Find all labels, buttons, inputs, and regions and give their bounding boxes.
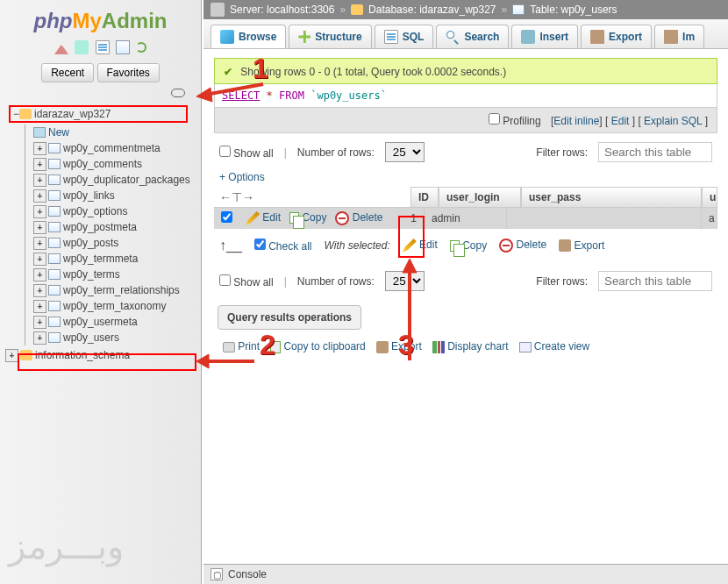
table-toggle[interactable]: +: [33, 284, 46, 297]
row-edit[interactable]: Edit: [246, 211, 281, 225]
sort-arrows[interactable]: ←⊤→: [214, 188, 253, 207]
cell-u[interactable]: a: [702, 208, 717, 229]
favorites-button[interactable]: Favorites: [97, 63, 160, 82]
cell-user-login[interactable]: admin: [425, 208, 507, 229]
sel-delete[interactable]: Delete: [499, 239, 546, 253]
table-toggle[interactable]: +: [33, 158, 46, 171]
options-link[interactable]: + Options: [219, 171, 265, 183]
sel-export[interactable]: Export: [559, 239, 604, 253]
table-toggle[interactable]: +: [33, 331, 46, 345]
table-label[interactable]: wp0y_terms: [63, 268, 120, 281]
explain-sql-link[interactable]: Explain SQL: [644, 115, 702, 127]
table-toggle[interactable]: +: [33, 221, 46, 234]
svg-marker-1: [196, 88, 212, 102]
profiling-checkbox[interactable]: Profiling: [489, 115, 541, 127]
db-toggle[interactable]: −: [13, 108, 19, 120]
recent-button[interactable]: Recent: [41, 63, 94, 82]
edit-inline-link[interactable]: Edit inline: [553, 115, 599, 127]
row-checkbox[interactable]: [221, 211, 232, 223]
table-label[interactable]: wp0y_options: [63, 205, 127, 217]
filter-bar-top: Show all | Number of rows: 25 Filter row…: [214, 133, 717, 171]
delete-icon: [335, 211, 349, 225]
col-user-login[interactable]: user_login: [439, 187, 521, 207]
sidebar-table-item[interactable]: +wp0y_links: [18, 188, 196, 203]
filter-bar-bottom: Show all | Number of rows: 25 Filter row…: [214, 262, 717, 300]
db-label[interactable]: idarazav_wp327: [34, 108, 111, 120]
sel-copy[interactable]: Copy: [450, 239, 487, 252]
cell-user-pass[interactable]: [507, 208, 702, 229]
console-bar[interactable]: ▢ Console: [203, 564, 728, 584]
table-toggle[interactable]: +: [33, 189, 46, 203]
navi-icon[interactable]: [116, 40, 130, 54]
sidebar-table-item[interactable]: +wp0y_term_relationships: [18, 282, 196, 298]
col-id[interactable]: ID: [410, 187, 439, 207]
sidebar-table-item[interactable]: +wp0y_posts: [18, 235, 196, 251]
tab-sql[interactable]: SQL: [375, 25, 434, 48]
table-toggle[interactable]: +: [33, 316, 46, 329]
table-label[interactable]: wp0y_term_taxonomy: [63, 300, 166, 312]
tab-structure[interactable]: Structure: [289, 25, 371, 48]
col-user-pass[interactable]: user_pass: [521, 187, 702, 207]
sidebar-table-item[interactable]: +wp0y_termmeta: [18, 251, 196, 267]
table-label[interactable]: wp0y_users: [63, 331, 119, 344]
collapse-icon[interactable]: [171, 89, 185, 97]
tab-export[interactable]: Export: [581, 25, 652, 48]
numrows-select[interactable]: 25: [385, 142, 425, 162]
table-toggle[interactable]: +: [33, 253, 46, 266]
show-all-checkbox-2[interactable]: Show all: [219, 274, 274, 288]
row-copy[interactable]: Copy: [289, 211, 326, 225]
filter-input[interactable]: [598, 142, 712, 162]
breadcrumb-database[interactable]: Database: idarazav_wp327: [368, 4, 496, 16]
table-icon: [48, 222, 61, 232]
query-results-operations[interactable]: Query results operations: [218, 305, 361, 330]
edit-link[interactable]: Edit: [611, 115, 630, 127]
sidebar-table-item[interactable]: +wp0y_users: [18, 330, 196, 345]
breadcrumb-server[interactable]: Server: localhost:3306: [230, 4, 334, 16]
table-label[interactable]: wp0y_usermeta: [63, 316, 138, 328]
sidebar-table-item[interactable]: +wp0y_usermeta: [18, 314, 196, 330]
create-view-link[interactable]: Create view: [519, 340, 590, 353]
table-toggle[interactable]: +: [33, 205, 46, 218]
sidebar-table-item[interactable]: +wp0y_duplicator_packages: [18, 172, 196, 188]
logo[interactable]: phpMyAdmin: [0, 0, 201, 39]
copy-clipboard-link[interactable]: Copy to clipboard: [270, 340, 366, 353]
table-label[interactable]: wp0y_term_relationships: [63, 284, 180, 296]
sidebar-table-item[interactable]: +wp0y_comments: [18, 156, 196, 172]
docs-icon[interactable]: [96, 40, 110, 54]
table-toggle[interactable]: +: [33, 142, 46, 155]
show-all-checkbox[interactable]: Show all: [219, 146, 274, 160]
table-label[interactable]: wp0y_commentmeta: [63, 142, 161, 154]
table-toggle[interactable]: +: [33, 237, 46, 250]
table-label[interactable]: wp0y_links: [63, 189, 115, 202]
tab-search[interactable]: Search: [436, 25, 509, 48]
tab-import[interactable]: Im: [654, 25, 704, 48]
check-all[interactable]: Check all: [254, 239, 312, 253]
table-toggle[interactable]: +: [33, 268, 46, 281]
table-label[interactable]: wp0y_posts: [63, 237, 118, 249]
console-toggle-icon[interactable]: ▢: [211, 568, 223, 580]
sidebar-table-item[interactable]: +wp0y_term_taxonomy: [18, 298, 196, 314]
tab-browse[interactable]: Browse: [211, 25, 286, 48]
sidebar-table-item[interactable]: +wp0y_terms: [18, 267, 196, 282]
table-toggle[interactable]: +: [33, 300, 46, 313]
filter-input-2[interactable]: [598, 271, 712, 291]
table-label[interactable]: wp0y_termmeta: [63, 253, 138, 265]
col-u[interactable]: u: [702, 187, 717, 207]
table-label[interactable]: wp0y_postmeta: [63, 221, 137, 233]
logout-icon[interactable]: [75, 40, 89, 54]
db-toggle-2[interactable]: +: [5, 349, 18, 362]
tab-insert[interactable]: Insert: [511, 25, 578, 48]
table-row: Edit Copy Delete 1 admin a: [214, 208, 717, 229]
new-link[interactable]: New: [48, 126, 69, 139]
display-chart-link[interactable]: Display chart: [432, 340, 509, 353]
table-label[interactable]: wp0y_duplicator_packages: [63, 174, 190, 186]
reload-icon[interactable]: [136, 42, 146, 53]
row-delete[interactable]: Delete: [335, 211, 382, 225]
table-label[interactable]: wp0y_comments: [63, 158, 142, 170]
sidebar-table-item[interactable]: +wp0y_postmeta: [18, 219, 196, 235]
sidebar-table-item[interactable]: +wp0y_commentmeta: [18, 140, 196, 156]
table-toggle[interactable]: +: [33, 174, 46, 187]
sidebar-table-item[interactable]: +wp0y_options: [18, 203, 196, 219]
breadcrumb-table[interactable]: Table: wp0y_users: [530, 4, 617, 16]
home-icon[interactable]: [54, 40, 68, 54]
